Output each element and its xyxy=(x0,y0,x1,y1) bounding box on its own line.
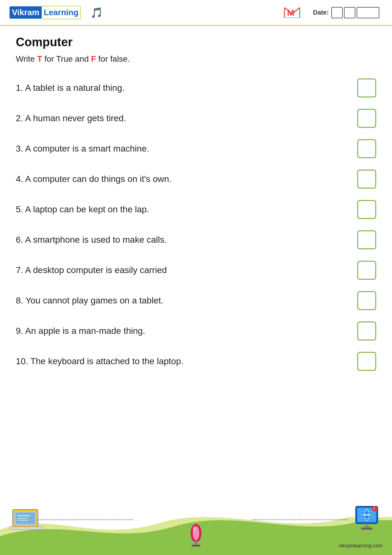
svg-rect-24 xyxy=(365,524,369,528)
header: Vikram Learning 🎵 M Date: xyxy=(0,0,392,26)
instruction-t: T xyxy=(37,54,42,64)
question-row-2: 2. A human never gets tired. xyxy=(16,103,376,134)
answer-box-4[interactable] xyxy=(357,170,376,189)
date-label: Date: xyxy=(313,9,329,16)
answer-box-10[interactable] xyxy=(357,352,376,371)
svg-text:M: M xyxy=(287,8,294,18)
website-text: vikramlearning.com xyxy=(339,543,383,549)
instruction-suffix: for false. xyxy=(96,54,130,64)
answer-box-6[interactable] xyxy=(357,230,376,249)
question-text-7: 7. A desktop computer is easily carried xyxy=(16,264,348,276)
page-title: Computer xyxy=(16,35,376,49)
answer-box-3[interactable] xyxy=(357,139,376,158)
question-text-6: 6. A smartphone is used to make calls. xyxy=(16,234,348,246)
date-box-2[interactable] xyxy=(344,7,355,18)
question-row-7: 7. A desktop computer is easily carried xyxy=(16,255,376,285)
question-text-4: 4. A computer can do things on it's own. xyxy=(16,173,348,185)
answer-box-8[interactable] xyxy=(357,291,376,310)
question-text-1: 1. A tablet is a natural thing. xyxy=(16,82,348,94)
footer-area: ! vikramlearning.com xyxy=(0,492,392,555)
answer-box-9[interactable] xyxy=(357,321,376,340)
instruction: Write T for True and F for false. xyxy=(16,54,376,64)
svg-rect-14 xyxy=(194,541,198,546)
answer-box-2[interactable] xyxy=(357,109,376,128)
questions-list: 1. A tablet is a natural thing.2. A huma… xyxy=(16,73,376,377)
question-row-3: 3. A computer is a smart machine. xyxy=(16,134,376,164)
music-notes-icon: 🎵 xyxy=(90,7,103,19)
dotted-line-left xyxy=(38,519,133,520)
microphone-icon xyxy=(183,522,209,549)
instruction-f: F xyxy=(91,54,96,64)
answer-box-1[interactable] xyxy=(357,78,376,97)
date-section: Date: xyxy=(313,7,379,18)
question-text-8: 8. You cannot play games on a tablet. xyxy=(16,294,348,307)
svg-text:!: ! xyxy=(373,507,375,511)
laptop-icon xyxy=(9,506,44,536)
svg-rect-7 xyxy=(9,527,44,529)
question-row-9: 9. An apple is a man-made thing. xyxy=(16,316,376,346)
date-box-1[interactable] xyxy=(331,7,343,18)
question-text-9: 9. An apple is a man-made thing. xyxy=(16,325,348,337)
question-row-5: 5. A laptop can be kept on the lap. xyxy=(16,194,376,225)
main-content: Computer Write T for True and F for fals… xyxy=(0,26,392,492)
question-text-5: 5. A laptop can be kept on the lap. xyxy=(16,203,348,215)
globe-icon: ! xyxy=(351,503,383,536)
svg-rect-25 xyxy=(361,527,372,530)
date-box-3[interactable] xyxy=(357,7,379,18)
page: Vikram Learning 🎵 M Date: xyxy=(0,0,392,555)
instruction-prefix: Write xyxy=(16,54,37,64)
gmail-icon: M xyxy=(284,6,300,19)
answer-box-5[interactable] xyxy=(357,200,376,219)
question-row-1: 1. A tablet is a natural thing. xyxy=(16,73,376,103)
svg-rect-15 xyxy=(192,545,200,546)
logo: Vikram Learning xyxy=(9,6,81,19)
instruction-mid: for True and xyxy=(42,54,91,64)
question-text-3: 3. A computer is a smart machine. xyxy=(16,142,348,155)
question-text-10: 10. The keyboard is attached to the lapt… xyxy=(16,355,348,367)
question-text-2: 2. A human never gets tired. xyxy=(16,112,348,124)
svg-point-26 xyxy=(372,506,377,512)
date-boxes xyxy=(331,7,379,18)
svg-point-16 xyxy=(193,527,195,532)
question-row-8: 8. You cannot play games on a tablet. xyxy=(16,285,376,316)
dotted-line-right xyxy=(253,519,348,520)
question-row-10: 10. The keyboard is attached to the lapt… xyxy=(16,346,376,377)
logo-learning: Learning xyxy=(42,6,81,19)
answer-box-7[interactable] xyxy=(357,261,376,280)
question-row-4: 4. A computer can do things on it's own. xyxy=(16,164,376,194)
question-row-6: 6. A smartphone is used to make calls. xyxy=(16,225,376,255)
logo-vikram: Vikram xyxy=(9,6,42,19)
